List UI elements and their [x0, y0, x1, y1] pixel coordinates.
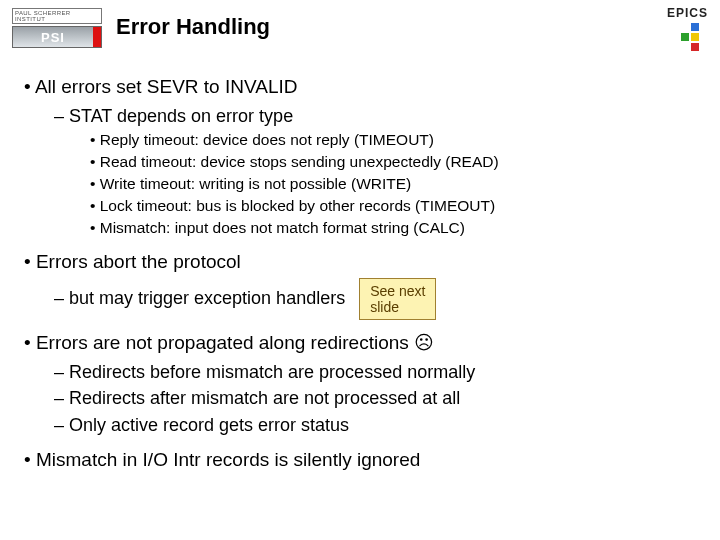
- bullet: Mismatch in I/O Intr records is silently…: [24, 447, 696, 473]
- bullet: Errors abort the protocol: [24, 249, 696, 275]
- sub-bullet: STAT depends on error type: [54, 104, 696, 128]
- sub-bullet: Only active record gets error status: [54, 413, 696, 437]
- epics-badge: EPICS: [667, 6, 708, 52]
- sub-sub-bullet: Lock timeout: bus is blocked by other re…: [90, 196, 696, 217]
- sub-sub-bullet: Read timeout: device stops sending unexp…: [90, 152, 696, 173]
- psi-logo-subtitle: PAUL SCHERRER INSTITUT: [12, 8, 102, 24]
- sub-bullet: Redirects before mismatch are processed …: [54, 360, 696, 384]
- sub-sub-bullet: Mismatch: input does not match format st…: [90, 218, 696, 239]
- epics-squares-icon: [680, 22, 708, 52]
- sub-sub-bullet: Reply timeout: device does not reply (TI…: [90, 130, 696, 151]
- psi-logo-accent: [93, 27, 101, 47]
- psi-logo: PAUL SCHERRER INSTITUT PSI: [12, 8, 102, 48]
- slide-content: All errors set SEVR to INVALID STAT depe…: [0, 52, 720, 473]
- epics-label: EPICS: [667, 6, 708, 20]
- bullet: All errors set SEVR to INVALID: [24, 74, 696, 100]
- sub-bullet: Redirects after mismatch are not process…: [54, 386, 696, 410]
- slide-title: Error Handling: [116, 8, 270, 40]
- bullet: Errors are not propagated along redirect…: [24, 330, 696, 356]
- psi-logo-block: PSI: [12, 26, 102, 48]
- note-line: slide: [370, 299, 425, 315]
- note-line: See next: [370, 283, 425, 299]
- slide-header: PAUL SCHERRER INSTITUT PSI Error Handlin…: [0, 0, 720, 52]
- psi-logo-text: PSI: [41, 30, 65, 45]
- sub-bullet: but may trigger exception handlers: [54, 286, 345, 310]
- sticky-note: See next slide: [359, 278, 436, 320]
- sub-sub-bullet: Write timeout: writing is not possible (…: [90, 174, 696, 195]
